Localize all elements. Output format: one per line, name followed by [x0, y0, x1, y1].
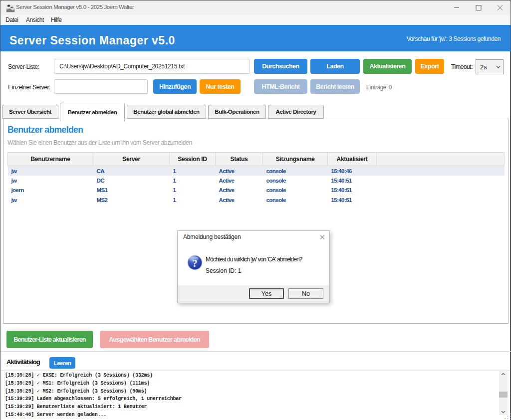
svg-text:?: ? — [192, 257, 198, 269]
